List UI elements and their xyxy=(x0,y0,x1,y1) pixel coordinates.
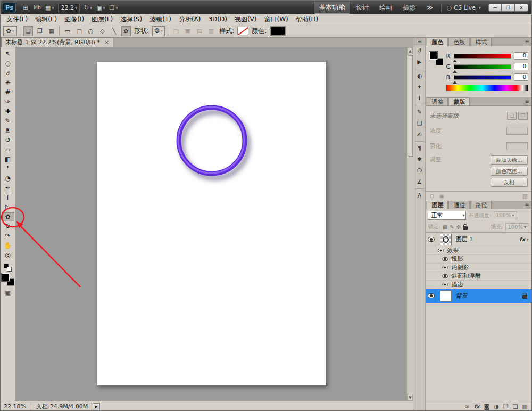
default-colors-icon[interactable] xyxy=(4,264,12,272)
color-spectrum-ramp[interactable] xyxy=(446,85,528,91)
history-brush-tool[interactable]: ↺ xyxy=(2,135,14,145)
menu-view[interactable]: 视图(V) xyxy=(231,15,261,24)
effect-row-inner-shadow[interactable]: 内阴影 xyxy=(426,264,531,272)
tab-swatches[interactable]: 色板 xyxy=(448,38,470,46)
panel-menu-icon[interactable]: ≡ xyxy=(525,98,529,104)
blur-tool[interactable]: ❜ xyxy=(2,164,14,174)
tab-channels[interactable]: 通道 xyxy=(448,201,470,209)
opacity-field[interactable]: 100% xyxy=(494,211,518,219)
hand-tool[interactable]: ✋ xyxy=(2,241,14,250)
tool-preset-picker[interactable]: ✿ xyxy=(3,26,17,36)
zoom-level-box[interactable]: 22.2 xyxy=(58,3,80,12)
screen-mode-icon[interactable]: ❏ xyxy=(108,2,120,13)
paths-mode-button[interactable]: ❒ xyxy=(35,26,45,36)
mini-bridge-icon[interactable]: Mb xyxy=(32,2,43,13)
character-panel-icon[interactable]: A xyxy=(414,190,425,201)
brush-tool[interactable]: ✎ xyxy=(2,116,14,126)
mask-edge-button[interactable]: 蒙版边缘... xyxy=(491,155,528,165)
arrange-documents-icon[interactable]: ▣ xyxy=(95,2,106,13)
info-panel-icon[interactable]: ℹ xyxy=(414,93,425,104)
green-slider[interactable] xyxy=(454,64,511,69)
layer-effects-badge[interactable]: fx xyxy=(519,236,531,242)
paragraph-panel-icon[interactable]: ¶ xyxy=(414,143,425,154)
clone-stamp-tool[interactable]: ♜ xyxy=(2,126,14,135)
scroll-up-icon[interactable]: ▲ xyxy=(407,47,413,54)
blue-slider-handle[interactable] xyxy=(453,79,457,84)
status-zoom[interactable]: 22.18% xyxy=(4,403,26,410)
tool-presets-panel-icon[interactable]: ✱ xyxy=(414,154,425,165)
eraser-tool[interactable]: ▱ xyxy=(2,145,14,154)
eye-icon[interactable] xyxy=(443,283,448,286)
eye-icon[interactable] xyxy=(428,293,435,298)
blue-slider[interactable] xyxy=(454,75,511,80)
path-selection-tool[interactable]: ▷ xyxy=(2,202,14,212)
color-range-button[interactable]: 颜色范围... xyxy=(491,167,528,176)
adjustments-panel-icon[interactable]: ◐ xyxy=(414,70,425,81)
workspace-photography-button[interactable]: 摄影 xyxy=(398,2,420,13)
add-pixel-mask-icon[interactable]: ❑ xyxy=(507,112,517,120)
view-extras-icon[interactable]: ▦ xyxy=(44,2,55,13)
menu-image[interactable]: 图像(I) xyxy=(61,15,88,24)
brush-panel-icon[interactable]: ✎ xyxy=(414,106,425,118)
blue-value-field[interactable]: 0 xyxy=(514,73,528,81)
measurement-panel-icon[interactable]: ∡ xyxy=(414,176,425,187)
foreground-color-swatch[interactable] xyxy=(2,273,10,281)
exclude-shape-area-button[interactable]: ▥ xyxy=(206,26,216,36)
add-layer-style-icon[interactable]: fx xyxy=(474,404,480,409)
workspace-painting-button[interactable]: 绘画 xyxy=(375,2,397,13)
tab-masks[interactable]: 蒙版 xyxy=(448,97,470,105)
intersect-shape-area-button[interactable]: ▤ xyxy=(194,26,204,36)
menu-analysis[interactable]: 分析(A) xyxy=(175,15,205,24)
restore-button[interactable]: ❐ xyxy=(502,4,515,12)
dodge-tool[interactable]: ◔ xyxy=(2,174,14,183)
invert-button[interactable]: 反相 xyxy=(491,178,528,187)
type-tool[interactable]: T xyxy=(2,193,14,202)
history-panel-icon[interactable]: ↺ xyxy=(414,45,425,56)
eye-icon[interactable] xyxy=(438,249,444,252)
green-slider-handle[interactable] xyxy=(453,68,457,73)
eye-icon[interactable] xyxy=(443,257,448,261)
bridge-icon[interactable]: ⊞ xyxy=(20,2,31,13)
actions-panel-icon[interactable]: ▶ xyxy=(414,56,425,68)
gradient-tool[interactable]: ◧ xyxy=(2,154,14,164)
eye-icon[interactable] xyxy=(443,274,448,278)
style-swatch[interactable] xyxy=(237,27,248,35)
visibility-cell[interactable] xyxy=(426,289,437,302)
eye-icon[interactable] xyxy=(443,266,448,269)
notes-panel-icon[interactable]: ✍ xyxy=(414,129,425,140)
workspace-design-button[interactable]: 设计 xyxy=(351,2,373,13)
document-tab[interactable]: 未标题-1 @ 22.2%(背景, RGB/8) * × xyxy=(1,37,113,47)
visibility-cell[interactable] xyxy=(426,233,437,246)
pen-tool[interactable]: ✒ xyxy=(2,183,14,193)
custom-shape-picker[interactable]: ❂ xyxy=(152,26,165,36)
crop-tool[interactable]: # xyxy=(2,87,14,97)
3d-roll-tool[interactable]: ↷ xyxy=(2,231,14,241)
tab-paths[interactable]: 路径 xyxy=(470,201,492,209)
link-layers-icon[interactable]: ∞ xyxy=(465,403,470,410)
menu-layer[interactable]: 图层(L) xyxy=(88,15,117,24)
workspace-essentials-button[interactable]: 基本功能 xyxy=(314,2,350,14)
effect-row-drop-shadow[interactable]: 投影 xyxy=(426,255,531,264)
move-tool[interactable]: ↖ xyxy=(2,49,14,59)
load-mask-selection-icon[interactable]: ⊙ xyxy=(429,193,434,200)
delete-mask-icon[interactable]: ▥ xyxy=(522,193,528,200)
tab-layers[interactable]: 图层 xyxy=(427,201,448,209)
custom-shape-tool-option-button[interactable]: ✿ xyxy=(121,26,131,36)
layer1-name[interactable]: 图层 1 xyxy=(455,235,473,243)
ellipse-tool-button[interactable]: ○ xyxy=(86,26,96,36)
lasso-tool[interactable]: ∂ xyxy=(2,68,14,78)
vertical-scrollbar[interactable]: ▲ ▼ xyxy=(406,47,413,401)
minimize-button[interactable]: — xyxy=(488,4,502,12)
shape-color-swatch[interactable] xyxy=(271,27,285,35)
elliptical-marquee-tool[interactable]: ◌ xyxy=(2,59,14,68)
status-options-arrow[interactable]: ▶ xyxy=(93,403,100,410)
fill-pixels-mode-button[interactable]: ▦ xyxy=(46,26,56,36)
styles-panel-icon[interactable]: ✦ xyxy=(414,81,425,93)
quick-selection-tool[interactable]: ✳ xyxy=(2,78,14,87)
add-vector-mask-icon[interactable]: ❒ xyxy=(518,112,528,120)
canvas-pasteboard[interactable] xyxy=(15,47,406,401)
workspace-overflow-button[interactable]: ≫ xyxy=(421,3,438,12)
close-button[interactable]: ✕ xyxy=(515,4,528,12)
line-tool-button[interactable]: ╲ xyxy=(109,26,119,36)
rectangle-tool-button[interactable]: ▭ xyxy=(62,26,72,36)
